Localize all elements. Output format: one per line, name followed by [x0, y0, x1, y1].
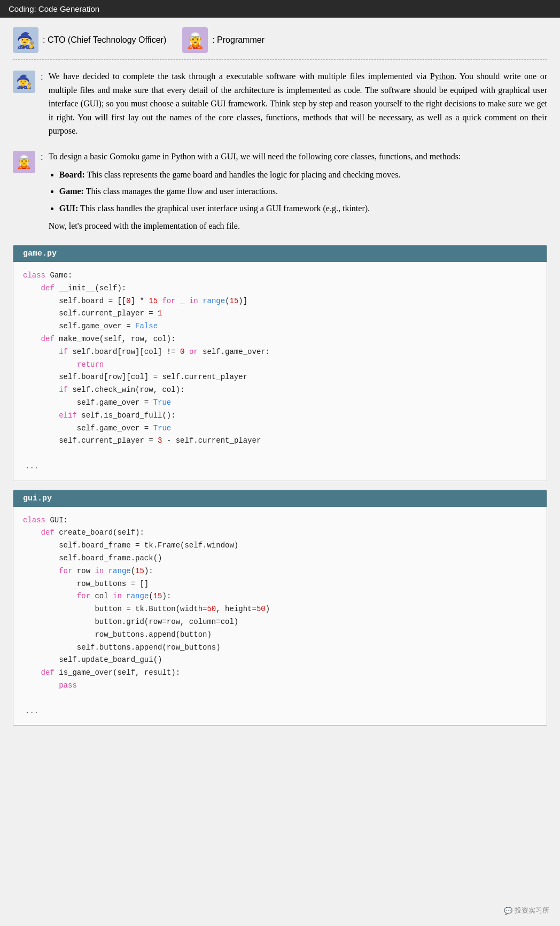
- python-underline: Python: [430, 72, 454, 81]
- agent-cto: 🧙 : CTO (Chief Technology Officer): [13, 27, 166, 53]
- code-body-gui: class GUI: def create_board(self): self.…: [13, 507, 547, 726]
- bullet-list: Board: This class represents the game bo…: [59, 168, 547, 215]
- code-block-game: game.py class Game: def __init__(self): …: [13, 245, 547, 481]
- avatar-programmer: 🧝: [182, 27, 208, 53]
- watermark: 💬 投资实习所: [504, 906, 549, 915]
- code-header-game: game.py: [13, 245, 547, 262]
- title-bar-label: Coding: Code Generation: [9, 4, 99, 13]
- agents-row: 🧙 : CTO (Chief Technology Officer) 🧝 : P…: [0, 18, 560, 59]
- message-avatar-cto: 🧙: [13, 71, 35, 93]
- watermark-icon: 💬: [504, 907, 512, 915]
- message-cto: 🧙 : We have decided to complete the task…: [13, 70, 547, 138]
- title-bar: Coding: Code Generation: [0, 0, 560, 18]
- avatar-cto: 🧙: [13, 27, 38, 53]
- message-colon-programmer: :: [41, 152, 43, 163]
- code-block-gui: gui.py class GUI: def create_board(self)…: [13, 490, 547, 726]
- main-content: 🧙 : We have decided to complete the task…: [0, 60, 560, 744]
- message-text-programmer: To design a basic Gomoku game in Python …: [49, 150, 547, 233]
- agent-programmer-label: : Programmer: [212, 35, 265, 45]
- message-colon-cto: :: [41, 72, 43, 82]
- bullet-board: Board: This class represents the game bo…: [59, 168, 547, 182]
- code-body-game: class Game: def __init__(self): self.boa…: [13, 262, 547, 481]
- message-avatar-programmer: 🧝: [13, 151, 35, 173]
- agent-programmer: 🧝 : Programmer: [182, 27, 265, 53]
- bullet-gui: GUI: This class handles the graphical us…: [59, 202, 547, 215]
- message-text-cto: We have decided to complete the task thr…: [49, 70, 547, 138]
- watermark-text: 投资实习所: [515, 906, 549, 915]
- message-programmer: 🧝 : To design a basic Gomoku game in Pyt…: [13, 150, 547, 233]
- code-header-gui: gui.py: [13, 490, 547, 507]
- agent-cto-label: : CTO (Chief Technology Officer): [43, 35, 166, 45]
- bullet-game: Game: This class manages the game flow a…: [59, 184, 547, 198]
